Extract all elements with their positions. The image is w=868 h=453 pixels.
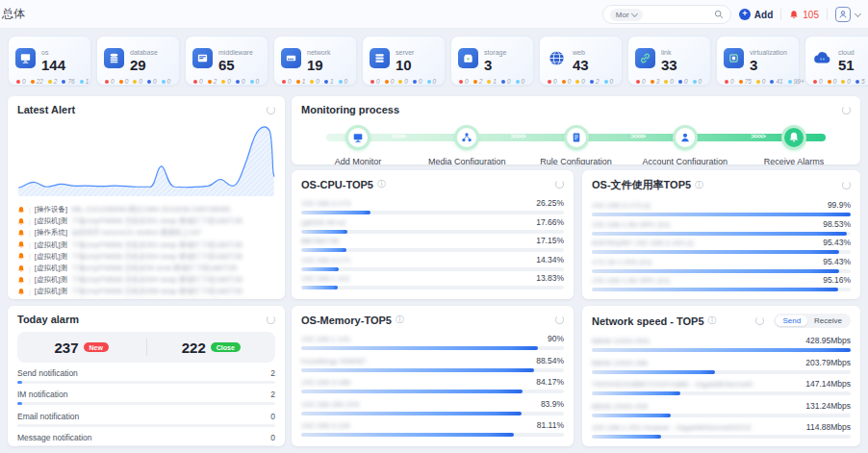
top5-row: BB08-1931f-2t31428.95Mbps	[592, 332, 851, 354]
top5-row: 192.168.1.11213.83%	[301, 269, 564, 289]
minor-dot	[48, 80, 52, 84]
top5-row: 192.168.1.66-SRV (/U)98.53%	[592, 215, 851, 235]
storage-icon	[458, 48, 478, 68]
share-nodes-icon	[454, 125, 479, 150]
os-file-usage-top5-panel: OS-文件使用率TOP5 ⓘ 192.168.3.173 (/)99.9% 19…	[582, 170, 860, 299]
stat-card-virtualization[interactable]: virtualization3 0 75 0 41 99+	[716, 36, 800, 86]
add-label: Add	[754, 10, 773, 20]
stat-card-os[interactable]: os144 0 22 2 76 1	[8, 36, 91, 86]
major-dot	[31, 80, 35, 84]
info-icon: ⓘ	[695, 179, 703, 191]
alert-list-item[interactable]: |[虚拟机]测下饭cmpFW668 主机前394 swap 硬储打下线188六3…	[17, 274, 275, 286]
normal-dot	[62, 80, 65, 84]
card-count: 144	[41, 57, 65, 73]
top5-row: BBYB073617.15%	[301, 232, 564, 251]
divider	[780, 9, 781, 20]
notification-row: Send notification2	[17, 368, 275, 384]
alert-list-item[interactable]: |[虚拟机]测下饭cmpFW668 主机前397 swap2 硬储打下线 188…	[17, 298, 275, 300]
top5-row: 192.168.160.22383.9%	[301, 395, 564, 417]
document-icon	[564, 125, 589, 150]
stat-card-link[interactable]: link33 0 3 0 0 0	[627, 36, 711, 86]
link-icon	[635, 48, 655, 68]
top5-row: 192.168.1.14190%	[301, 330, 564, 352]
status-dots: 0 2 1 0 0	[459, 78, 526, 85]
alert-list-item[interactable]: |[虚拟机]测下饭cmpFW668 主机前391 swap 硬储打下线188六3…	[17, 215, 275, 227]
alarm-count: 105	[803, 10, 819, 20]
step-receive-alarms[interactable]: Receive Alarms	[751, 125, 837, 164]
panel-title: OS-文件使用率TOP5	[592, 178, 691, 192]
stat-card-storage[interactable]: storage3 0 2 1 0 0	[450, 36, 534, 86]
alert-bell-icon	[17, 276, 25, 285]
refresh-icon[interactable]	[555, 315, 564, 324]
user-menu[interactable]	[835, 7, 860, 22]
status-dots: 0 0 0 2 0	[548, 78, 615, 85]
alert-bell-icon	[17, 229, 25, 238]
panel-title: OS-Memory-TOP5	[301, 315, 392, 326]
panel-title: Today alarm	[17, 314, 79, 325]
search-scope-value: Mor	[616, 11, 629, 19]
panel-title: Network speed - TOP5	[592, 315, 704, 327]
search-input[interactable]: Mor	[602, 5, 731, 24]
new-badge: New	[84, 342, 109, 352]
chevron-down-icon	[855, 10, 861, 16]
alert-bell-icon	[17, 264, 25, 273]
send-toggle-button[interactable]: Send	[776, 315, 807, 326]
refresh-icon[interactable]	[755, 316, 764, 325]
receive-toggle-button[interactable]: Receive	[807, 315, 849, 326]
alert-list-item[interactable]: |[虚拟机]测下饭cmpFW668 主机前394 swap 硬储打下线188六3…	[17, 251, 275, 263]
new-alarm-count: 237	[55, 340, 79, 356]
step-add-monitor[interactable]: Add Monitor	[315, 125, 401, 164]
status-dots: 0 22 2 76 1	[16, 78, 84, 85]
refresh-icon[interactable]	[555, 180, 564, 189]
stat-card-cloud[interactable]: cloud51 0 0 0 5 0	[804, 36, 868, 86]
status-dots: 0 2 0 0 0	[193, 78, 261, 85]
new-alarm-summary: 237 New	[17, 340, 146, 356]
alert-list-item[interactable]: |[虚拟机]测下饭cmpFW668 主机前398 swap 硬储打下线188六3…	[17, 286, 275, 297]
divider	[827, 9, 828, 20]
close-alarm-summary: 222 Close	[147, 340, 276, 356]
step-rule-configuration[interactable]: Rule Configuration	[533, 125, 620, 164]
cloud-icon	[812, 48, 832, 68]
plus-circle-icon: +	[739, 9, 751, 20]
status-dots: 0 0 0 0 0	[370, 78, 438, 85]
notification-row: IM notification2	[17, 390, 275, 405]
top5-row: 192.168.3.18684.17%	[301, 373, 564, 395]
top5-row: pj6000-9t+s217.66%	[301, 214, 564, 233]
search-icon[interactable]	[714, 10, 724, 19]
stat-card-middleware[interactable]: middleware65 0 2 0 0 0	[185, 36, 268, 86]
top5-row: 192.168.3.17114.34%	[301, 251, 564, 270]
stat-card-network[interactable]: network19 0 1 0 1 0	[273, 36, 357, 86]
top5-row: it2876hj2B7-192.168.3.163 (/)95.43%	[592, 234, 851, 253]
card-name: os	[41, 49, 48, 56]
refresh-icon[interactable]	[267, 315, 275, 324]
top5-row: 172.16.1.209 (/U)95.43%	[592, 253, 851, 272]
alert-list-item[interactable]: |[操作设备]08L-2101036698-根以1984-2010036-238…	[17, 204, 275, 215]
server-icon	[370, 48, 390, 68]
search-scope-select[interactable]: Mor	[610, 9, 643, 21]
step-media-configuration[interactable]: Media Configuration	[423, 125, 510, 164]
top5-row: YWXHSO2dBBTCS1FG@B - GigabitEthernet0/0/…	[592, 375, 851, 397]
status-dots: 0 75 0 41 99+	[725, 78, 792, 85]
alert-list-item[interactable]: |[虚拟机]测下饭cmpFW668 主机前391 swap 硬储打下线188六3…	[17, 239, 275, 251]
refresh-icon[interactable]	[842, 106, 851, 114]
middleware-icon	[192, 48, 213, 68]
refresh-icon[interactable]	[267, 106, 275, 114]
status-dots: 0 0 0 0 0	[105, 78, 172, 85]
alert-list-item[interactable]: |[虚拟机]测下饭cmpFW668 主机前39 smst 硬储打下线188六35	[17, 263, 275, 274]
close-alarm-count: 222	[182, 340, 206, 356]
alert-list-item[interactable]: |[操作系统]仙经排序 torsorsOn vbsitvn 规避机上167	[17, 227, 275, 239]
topbar: 总体 Mor + Add 105	[0, 0, 868, 29]
stat-card-database[interactable]: database29 0 0 0 0 0	[96, 36, 180, 86]
os-memory-top5-panel: OS-Memory-TOP5 ⓘ 192.168.1.14190% KceaMv…	[292, 306, 574, 446]
refresh-icon[interactable]	[842, 181, 851, 189]
close-badge: Close	[211, 342, 241, 352]
top5-row: 192.168.3.17326.25%	[301, 194, 564, 214]
step-account-configuration[interactable]: Account Configuration	[642, 125, 728, 164]
chevron-down-icon	[631, 10, 638, 16]
alert-trend-chart	[17, 117, 275, 198]
stat-card-server[interactable]: server10 0 0 0 0 0	[362, 36, 446, 86]
top5-row: 192.168.3.11681.11%	[301, 416, 564, 439]
alarm-bell-button[interactable]: 105	[789, 10, 819, 20]
add-monitor-button[interactable]: + Add	[739, 9, 773, 20]
stat-card-web[interactable]: web43 0 0 0 2 0	[539, 36, 623, 86]
